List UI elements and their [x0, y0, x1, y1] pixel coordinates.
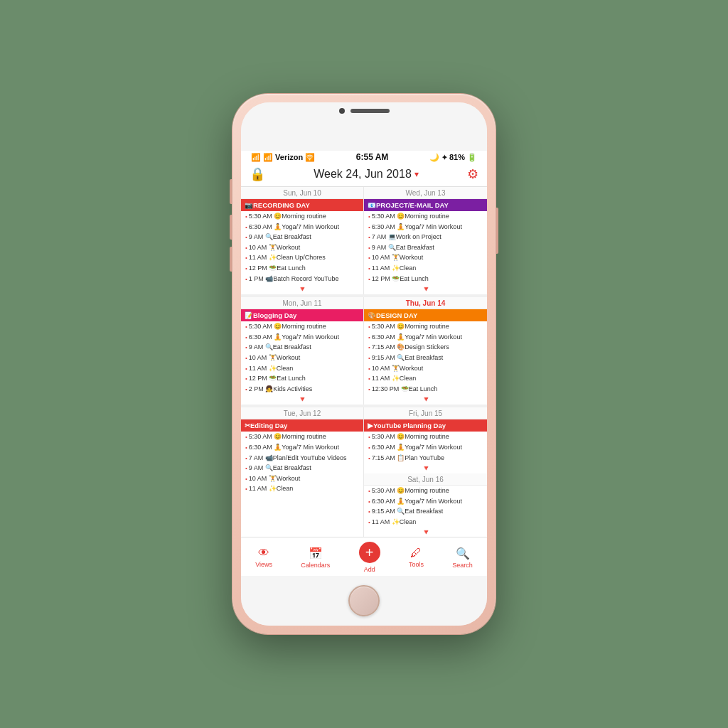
event-item: •11 AM ✨Clean Up/Chores: [241, 252, 363, 263]
event-text: 6:30 AM 🧘Yoga/7 Min Workout: [372, 497, 484, 506]
event-dot: •: [245, 444, 247, 451]
event-item: •6:30 AM 🧘Yoga/7 Min Workout: [364, 222, 487, 232]
event-text: 12:30 PM 🥗Eat Lunch: [372, 385, 484, 394]
event-text: 9:15 AM 🔍Eat Breakfast: [372, 353, 484, 363]
tab-add-label: Add: [364, 566, 375, 573]
event-dot: •: [368, 264, 370, 272]
event-item: •10 AM 🏋Workout: [364, 363, 487, 374]
event-dot: •: [368, 518, 370, 526]
event-item: •6:30 AM 🧘Yoga/7 Min Workout: [241, 332, 363, 343]
event-item: •10 AM 🏋Workout: [241, 242, 363, 253]
tab-views-label: Views: [255, 561, 272, 568]
event-dot: •: [368, 487, 370, 495]
day-label-tue: Tue, Jun 12: [241, 407, 363, 419]
event-item: •6:30 AM 🧘Yoga/7 Min Workout: [364, 442, 487, 453]
tab-add[interactable]: + Add: [359, 542, 380, 573]
event-text: 12 PM 🥗Eat Lunch: [249, 264, 360, 273]
bluetooth-icon: ✦: [441, 154, 447, 161]
tab-search[interactable]: 🔍 Search: [452, 547, 473, 569]
event-text: 10 AM 🏋Workout: [249, 474, 360, 483]
event-item: •5:30 AM 😊Morning routine: [364, 432, 487, 442]
event-text: 12 PM 🥗Eat Lunch: [249, 374, 360, 383]
tools-icon: 🖊: [410, 547, 422, 560]
event-dot: •: [245, 354, 247, 362]
event-dot: •: [245, 475, 247, 483]
event-dot: •: [245, 454, 247, 462]
search-icon: 🔍: [456, 547, 470, 560]
top-bezel: [241, 102, 487, 151]
event-dot: •: [368, 454, 370, 462]
event-text: 10 AM 🏋Workout: [372, 253, 484, 262]
week-title: Week 24, Jun 2018: [314, 168, 412, 181]
event-dot: •: [368, 333, 370, 341]
event-text: 11 AM ✨Clean: [249, 484, 360, 493]
week-row-3: Tue, Jun 12 ✂Editing Day •5:30 AM 😊Morni…: [241, 407, 487, 537]
event-dot: •: [245, 333, 247, 341]
add-button[interactable]: +: [359, 542, 380, 563]
dropdown-arrow[interactable]: ▾: [414, 169, 419, 179]
day-mon-jun11: Mon, Jun 11 📝Blogging Day •5:30 AM 😊Morn…: [241, 297, 364, 405]
event-text: 1 PM 📹Batch Record YouTube: [249, 274, 360, 284]
status-right: 🌙 ✦ 81% 🔋: [429, 153, 477, 162]
scroll-arrow-down[interactable]: 🔻: [364, 463, 487, 473]
event-text: 11 AM ✨Clean: [372, 264, 484, 273]
event-item: •5:30 AM 😊Morning routine: [241, 321, 363, 332]
event-text: 2 PM 👧Kids Activities: [249, 385, 360, 394]
day-label-fri: Fri, Jun 15: [364, 407, 487, 419]
scroll-arrow-down[interactable]: 🔻: [241, 394, 363, 405]
speaker: [350, 109, 390, 113]
time-display: 6:55 AM: [356, 152, 389, 162]
settings-icon[interactable]: ⚙: [467, 166, 478, 182]
event-item: •5:30 AM 😊Morning routine: [241, 432, 363, 442]
event-dot: •: [368, 375, 370, 382]
tab-calendars-label: Calendars: [301, 562, 330, 569]
home-button[interactable]: [348, 585, 380, 616]
status-left: 📶 📶 Verizon 🛜: [251, 153, 315, 162]
tab-bar: 👁 Views 📅 Calendars + Add 🖊 Tools 🔍 Sear…: [241, 537, 487, 576]
event-item: •11 AM ✨Clean: [241, 363, 363, 374]
event-dot: •: [368, 385, 370, 393]
event-item: •9 AM 🔍Eat Breakfast: [364, 242, 487, 253]
views-icon: 👁: [258, 547, 269, 560]
calendar-content[interactable]: Sun, Jun 10 📷RECORDING DAY •5:30 AM 😊Mor…: [241, 187, 487, 537]
tab-views[interactable]: 👁 Views: [255, 547, 272, 568]
scroll-arrow-down[interactable]: 🔻: [364, 284, 487, 294]
carrier-text: 📶 Verizon: [263, 153, 303, 162]
day-label-sat: Sat, Jun 16: [364, 473, 487, 486]
day-fri-jun15: Fri, Jun 15 ▶YouTube Planning Day •5:30 …: [364, 407, 487, 537]
event-text: 5:30 AM 😊Morning routine: [249, 212, 360, 221]
tab-tools[interactable]: 🖊 Tools: [409, 547, 424, 568]
event-text: 7:15 AM 📋Plan YouTube: [372, 454, 484, 463]
day-tue-jun12: Tue, Jun 12 ✂Editing Day •5:30 AM 😊Morni…: [241, 407, 364, 537]
event-item: •9:15 AM 🔍Eat Breakfast: [364, 506, 487, 517]
event-dot: •: [245, 464, 247, 472]
day-label-wed: Wed, Jun 13: [364, 187, 487, 199]
phone-shell: 📶 📶 Verizon 🛜 6:55 AM 🌙 ✦ 81% 🔋 🔒 Week 2…: [232, 94, 496, 634]
event-text: 10 AM 🏋Workout: [249, 243, 360, 252]
event-text: 6:30 AM 🧘Yoga/7 Min Workout: [372, 333, 484, 342]
category-design: 🎨DESIGN DAY: [364, 309, 487, 321]
event-item: •11 AM ✨Clean: [241, 483, 363, 494]
event-item: •6:30 AM 🧘Yoga/7 Min Workout: [364, 332, 487, 343]
event-item: •6:30 AM 🧘Yoga/7 Min Workout: [241, 222, 363, 232]
event-dot: •: [245, 433, 247, 441]
event-item: •2 PM 👧Kids Activities: [241, 384, 363, 395]
front-camera-icon: [339, 108, 345, 114]
scroll-arrow-down[interactable]: 🔻: [241, 284, 363, 294]
event-item: •11 AM ✨Clean: [364, 373, 487, 384]
day-sun-jun10: Sun, Jun 10 📷RECORDING DAY •5:30 AM 😊Mor…: [241, 187, 364, 294]
app-header: 🔒 Week 24, Jun 2018 ▾ ⚙: [241, 164, 487, 187]
event-text: 5:30 AM 😊Morning routine: [372, 432, 484, 441]
scroll-arrow-down[interactable]: 🔻: [364, 394, 487, 405]
event-text: 10 AM 🏋Workout: [249, 353, 360, 363]
lock-icon[interactable]: 🔒: [250, 166, 265, 182]
event-dot: •: [245, 375, 247, 382]
tab-calendars[interactable]: 📅 Calendars: [301, 547, 330, 569]
scroll-arrow-down[interactable]: 🔻: [364, 527, 487, 537]
week-row-1: Sun, Jun 10 📷RECORDING DAY •5:30 AM 😊Mor…: [241, 187, 487, 294]
event-text: 6:30 AM 🧘Yoga/7 Min Workout: [249, 223, 360, 232]
event-text: 9 AM 🔍Eat Breakfast: [249, 232, 360, 242]
event-item: •5:30 AM 😊Morning routine: [241, 211, 363, 222]
event-dot: •: [368, 343, 370, 351]
camera-area: [339, 108, 390, 114]
